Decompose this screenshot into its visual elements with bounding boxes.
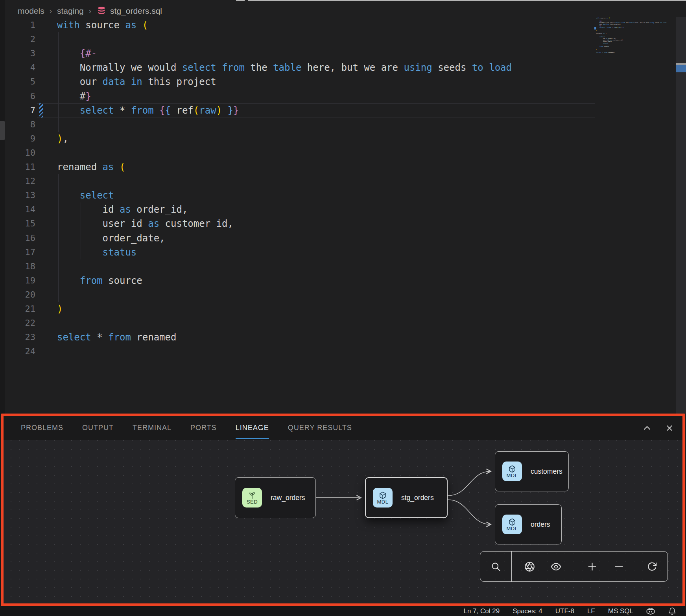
- code-text: from source: [57, 274, 142, 288]
- code-editor[interactable]: 1with source as (23 {#-4 Normally we wou…: [0, 18, 686, 414]
- line-number: 12: [0, 174, 35, 188]
- close-icon: [665, 423, 674, 433]
- copilot-icon[interactable]: [646, 607, 655, 616]
- status-language-mode[interactable]: MS SQL: [608, 607, 633, 615]
- code-line-21[interactable]: 21): [0, 302, 598, 316]
- code-line-1[interactable]: 1with source as (: [0, 18, 598, 32]
- breadcrumb: models›staging›stg_orders.sql: [18, 4, 162, 18]
- line-number: 10: [0, 146, 35, 160]
- code-text: Normally we would select from the table …: [57, 61, 512, 75]
- code-line-4[interactable]: 4 Normally we would select from the tabl…: [0, 61, 598, 75]
- line-number: 5: [0, 75, 35, 89]
- code-line-15[interactable]: 15 user_id as customer_id,: [0, 217, 598, 231]
- code-line-10[interactable]: 10: [0, 146, 598, 160]
- line-number: 11: [0, 160, 35, 174]
- line-number: 4: [0, 61, 35, 75]
- tab-ports[interactable]: PORTS: [190, 417, 217, 439]
- line-number: 14: [0, 202, 35, 217]
- line-number: 24: [0, 344, 35, 359]
- toolbar-group: [637, 552, 667, 581]
- node-label: raw_orders: [271, 494, 305, 502]
- lineage-node-stg_orders[interactable]: MDLstg_orders: [365, 477, 448, 518]
- aperture-button[interactable]: [521, 558, 538, 575]
- code-line-6[interactable]: 6 #}: [0, 89, 598, 103]
- tab-query-results[interactable]: QUERY RESULTS: [288, 417, 352, 439]
- breadcrumb-item-staging[interactable]: staging: [57, 6, 84, 16]
- line-number: 2: [0, 32, 35, 46]
- line-number: 20: [0, 288, 35, 302]
- minimap[interactable]: with source as ( {#- Normally we would s…: [596, 17, 675, 55]
- breadcrumb-separator: ›: [50, 7, 52, 15]
- code-line-16[interactable]: 16 order_date,: [0, 231, 598, 245]
- line-number: 1: [0, 18, 35, 32]
- aperture-icon: [524, 561, 535, 572]
- line-number: 18: [0, 259, 35, 274]
- code-line-20[interactable]: 20: [0, 288, 598, 302]
- line-number: 15: [0, 217, 35, 231]
- code-line-19[interactable]: 19 from source: [0, 274, 598, 288]
- tab-lineage[interactable]: LINEAGE: [236, 417, 269, 439]
- eye-icon: [551, 561, 561, 572]
- refresh-button[interactable]: [644, 558, 661, 575]
- code-line-17[interactable]: 17 status: [0, 245, 598, 259]
- code-line-13[interactable]: 13 select: [0, 188, 598, 202]
- cube-icon: [508, 518, 516, 526]
- code-line-3[interactable]: 3 {#-: [0, 46, 598, 61]
- panel-header: PROBLEMSOUTPUTTERMINALPORTSLINEAGEQUERY …: [4, 416, 682, 440]
- line-number: 23: [0, 330, 35, 344]
- line-number: 7: [0, 103, 35, 118]
- lineage-graph[interactable]: SEDraw_ordersMDLstg_ordersMDLcustomersMD…: [4, 440, 682, 603]
- code-line-5[interactable]: 5 our data in this project: [0, 75, 598, 89]
- lineage-edge-stg_orders-to-customers: [448, 471, 491, 496]
- code-text: order_date,: [57, 231, 165, 245]
- code-line-11[interactable]: 11renamed as (: [0, 160, 598, 174]
- status-indentation[interactable]: Spaces: 4: [513, 607, 542, 615]
- minimap-modified-marker: [594, 27, 596, 29]
- lineage-node-customers[interactable]: MDLcustomers: [495, 451, 569, 491]
- code-text: {#-: [57, 46, 97, 61]
- panel-close-button[interactable]: [664, 423, 675, 434]
- status-cursor-position[interactable]: Ln 7, Col 29: [463, 607, 500, 615]
- breadcrumb-file[interactable]: stg_orders.sql: [96, 6, 162, 16]
- zoom-in-button[interactable]: [584, 558, 601, 575]
- lineage-node-raw_orders[interactable]: SEDraw_orders: [235, 477, 316, 518]
- code-line-8[interactable]: 8: [0, 118, 598, 132]
- lineage-node-orders[interactable]: MDLorders: [495, 504, 562, 544]
- code-line-14[interactable]: 14 id as order_id,: [0, 202, 598, 217]
- node-badge-label: MDL: [507, 473, 518, 478]
- eye-button[interactable]: [548, 558, 565, 575]
- overview-ruler-modified-marker: [676, 65, 686, 72]
- code-line-12[interactable]: 12: [0, 174, 598, 188]
- breadcrumb-item-models[interactable]: models: [18, 6, 44, 16]
- code-line-7[interactable]: 7 select * from {{ ref(raw) }}: [0, 103, 598, 118]
- database-icon: [96, 6, 107, 16]
- zoom-out-icon: [614, 561, 624, 572]
- code-line-2[interactable]: 2: [0, 32, 598, 46]
- node-badge-model: MDL: [502, 515, 522, 534]
- code-text: select * from renamed: [57, 330, 176, 344]
- node-label: orders: [531, 520, 550, 529]
- code-line-22[interactable]: 22: [0, 316, 598, 330]
- panel-maximize-button[interactable]: [642, 423, 653, 434]
- tab-output[interactable]: OUTPUT: [82, 417, 114, 439]
- node-label: stg_orders: [401, 494, 434, 502]
- status-encoding[interactable]: UTF-8: [555, 607, 574, 615]
- graph-toolbar: [480, 551, 668, 582]
- zoom-out-button[interactable]: [610, 558, 627, 575]
- editor-scrollbar[interactable]: [676, 17, 686, 414]
- tab-terminal[interactable]: TERMINAL: [133, 417, 172, 439]
- code-line-24[interactable]: 24: [0, 344, 598, 359]
- status-bar: Ln 7, Col 29Spaces: 4UTF-8LFMS SQL: [0, 606, 686, 616]
- zoom-in-icon: [587, 561, 597, 572]
- node-badge-model: MDL: [373, 488, 393, 508]
- code-line-23[interactable]: 23select * from renamed: [0, 330, 598, 344]
- code-line-9[interactable]: 9),: [0, 132, 598, 146]
- bell-icon[interactable]: [668, 607, 677, 616]
- code-text: id as order_id,: [57, 202, 188, 217]
- status-eol-sequence[interactable]: LF: [587, 607, 595, 615]
- search-button[interactable]: [487, 558, 505, 575]
- toolbar-group: [480, 552, 511, 581]
- code-line-18[interactable]: 18: [0, 259, 598, 274]
- tab-problems[interactable]: PROBLEMS: [21, 417, 63, 439]
- code-text: with source as (: [57, 18, 148, 32]
